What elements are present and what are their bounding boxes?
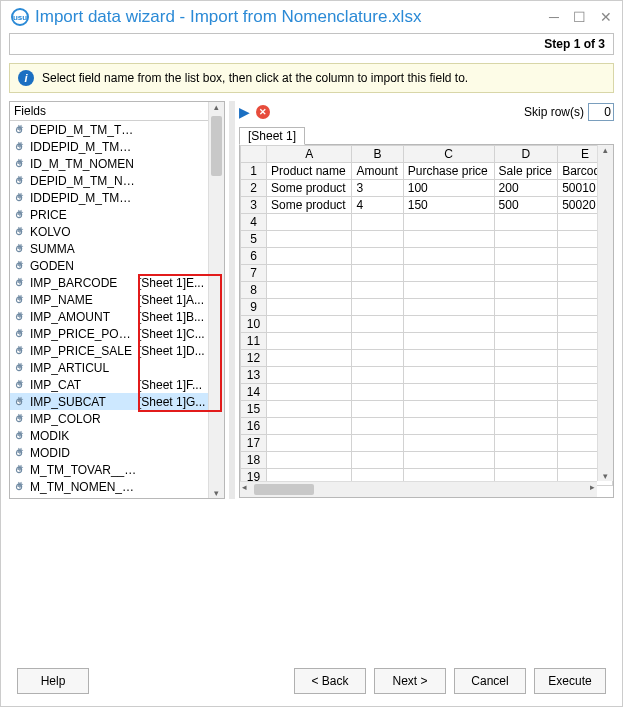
cancel-button[interactable]: Cancel: [454, 668, 526, 694]
grid-cell[interactable]: [267, 265, 352, 282]
row-header[interactable]: 14: [241, 384, 267, 401]
grid-cell[interactable]: [494, 214, 558, 231]
field-row[interactable]: IMP_COLOR: [10, 410, 224, 427]
row-header[interactable]: 15: [241, 401, 267, 418]
grid-cell[interactable]: 200: [494, 180, 558, 197]
row-header[interactable]: 2: [241, 180, 267, 197]
grid-cell[interactable]: [352, 231, 403, 248]
minimize-button[interactable]: ─: [549, 9, 559, 25]
grid-cell[interactable]: [352, 282, 403, 299]
close-button[interactable]: ✕: [600, 9, 612, 25]
grid-cell[interactable]: Sale price: [494, 163, 558, 180]
splitter[interactable]: [229, 101, 235, 499]
field-row[interactable]: DEPID_M_TM_NO...: [10, 172, 224, 189]
grid-cell[interactable]: [403, 367, 494, 384]
grid-cell[interactable]: [494, 299, 558, 316]
field-row[interactable]: ID_M_TM_NOMEN: [10, 155, 224, 172]
grid-cell[interactable]: [352, 418, 403, 435]
play-icon[interactable]: ▶: [239, 104, 250, 120]
grid-cell[interactable]: [403, 265, 494, 282]
back-button[interactable]: < Back: [294, 668, 366, 694]
grid-cell[interactable]: [494, 333, 558, 350]
grid-vscrollbar[interactable]: [597, 145, 613, 481]
grid-cell[interactable]: [267, 418, 352, 435]
grid-cell[interactable]: [494, 452, 558, 469]
grid-cell[interactable]: [352, 299, 403, 316]
field-row[interactable]: SUMMA: [10, 240, 224, 257]
row-header[interactable]: 9: [241, 299, 267, 316]
grid-cell[interactable]: [494, 418, 558, 435]
grid-cell[interactable]: [352, 452, 403, 469]
grid-cell[interactable]: [494, 248, 558, 265]
row-header[interactable]: 10: [241, 316, 267, 333]
grid-hscrollbar[interactable]: [240, 481, 597, 497]
row-header[interactable]: 1: [241, 163, 267, 180]
grid-cell[interactable]: [403, 214, 494, 231]
grid-cell[interactable]: [494, 316, 558, 333]
maximize-button[interactable]: ☐: [573, 9, 586, 25]
grid-cell[interactable]: [403, 418, 494, 435]
row-header[interactable]: 12: [241, 350, 267, 367]
grid-cell[interactable]: [267, 452, 352, 469]
sheet-tab[interactable]: [Sheet 1]: [239, 127, 305, 145]
grid-cell[interactable]: [494, 350, 558, 367]
field-row[interactable]: DEPID_M_TM_TOVAR: [10, 121, 224, 138]
skip-rows-input[interactable]: [588, 103, 614, 121]
col-header[interactable]: D: [494, 146, 558, 163]
grid-cell[interactable]: [352, 384, 403, 401]
field-row[interactable]: M_TM_TOVAR___...: [10, 461, 224, 478]
grid-cell[interactable]: 4: [352, 197, 403, 214]
grid-cell[interactable]: Some product: [267, 197, 352, 214]
grid-cell[interactable]: [494, 384, 558, 401]
grid-cell[interactable]: [352, 265, 403, 282]
col-header[interactable]: C: [403, 146, 494, 163]
delete-icon[interactable]: ✕: [256, 105, 270, 119]
field-row[interactable]: IDDEPID_M_TM_N...: [10, 189, 224, 206]
grid-cell[interactable]: [403, 231, 494, 248]
field-row[interactable]: MODIK: [10, 427, 224, 444]
grid-cell[interactable]: [403, 316, 494, 333]
grid-cell[interactable]: [267, 401, 352, 418]
grid-cell[interactable]: [403, 282, 494, 299]
grid-cell[interactable]: [267, 435, 352, 452]
grid-cell[interactable]: Purchase price: [403, 163, 494, 180]
field-row[interactable]: MODID: [10, 444, 224, 461]
grid-cell[interactable]: [494, 282, 558, 299]
grid-cell[interactable]: 150: [403, 197, 494, 214]
grid-cell[interactable]: [403, 401, 494, 418]
grid-cell[interactable]: [267, 367, 352, 384]
col-header[interactable]: B: [352, 146, 403, 163]
field-row[interactable]: KOLVO: [10, 223, 224, 240]
row-header[interactable]: 6: [241, 248, 267, 265]
row-header[interactable]: 18: [241, 452, 267, 469]
grid-cell[interactable]: [267, 231, 352, 248]
next-button[interactable]: Next >: [374, 668, 446, 694]
grid-cell[interactable]: [494, 231, 558, 248]
grid-cell[interactable]: [352, 248, 403, 265]
grid-cell[interactable]: [267, 350, 352, 367]
grid-cell[interactable]: [267, 248, 352, 265]
field-row[interactable]: IDDEPID_M_TM_T...: [10, 138, 224, 155]
row-header[interactable]: 4: [241, 214, 267, 231]
grid-cell[interactable]: [494, 367, 558, 384]
row-header[interactable]: 8: [241, 282, 267, 299]
row-header[interactable]: 7: [241, 265, 267, 282]
grid-cell[interactable]: [352, 401, 403, 418]
grid-cell[interactable]: [403, 299, 494, 316]
grid-cell[interactable]: [494, 401, 558, 418]
row-header[interactable]: 13: [241, 367, 267, 384]
grid-cell[interactable]: [352, 435, 403, 452]
grid-cell[interactable]: [352, 350, 403, 367]
grid-cell[interactable]: [352, 367, 403, 384]
spreadsheet-grid[interactable]: ABCDE1Product nameAmountPurchase priceSa…: [239, 144, 614, 498]
grid-cell[interactable]: [403, 452, 494, 469]
grid-cell[interactable]: 100: [403, 180, 494, 197]
field-row[interactable]: PRICE: [10, 206, 224, 223]
grid-cell[interactable]: [403, 333, 494, 350]
field-row[interactable]: M_TM_NOMEN___...: [10, 478, 224, 495]
grid-cell[interactable]: Product name: [267, 163, 352, 180]
grid-cell[interactable]: [403, 248, 494, 265]
help-button[interactable]: Help: [17, 668, 89, 694]
grid-cell[interactable]: 3: [352, 180, 403, 197]
row-header[interactable]: 16: [241, 418, 267, 435]
